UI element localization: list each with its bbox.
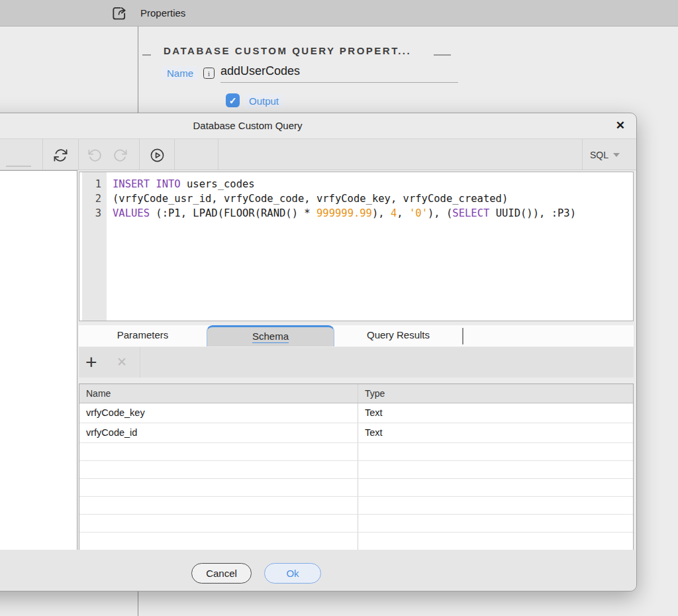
output-checkbox-label[interactable]: Output: [244, 94, 283, 108]
table-cell[interactable]: vrfyCode_id: [79, 423, 358, 442]
table-cell-empty[interactable]: [358, 496, 634, 514]
code-token-keyword: SELECT: [452, 207, 489, 219]
heading-dash-right: [434, 54, 451, 56]
screen: Properties DATABASE CUSTOM QUERY PROPERT…: [0, 0, 678, 616]
table-cell-empty[interactable]: [79, 514, 358, 532]
name-field-label[interactable]: Name: [162, 66, 198, 80]
table-cell-empty[interactable]: [79, 442, 358, 460]
toolbar-divider: [139, 139, 140, 170]
table-cell-empty[interactable]: [79, 478, 358, 496]
code-line: 1INSERT INTO users_codes: [82, 177, 633, 191]
heading-dash-left: [142, 54, 151, 56]
ok-button[interactable]: Ok: [264, 563, 321, 584]
table-row-empty[interactable]: [79, 460, 633, 478]
tab-query-results[interactable]: Query Results: [334, 325, 462, 346]
table-row-empty[interactable]: [79, 496, 633, 514]
table-header-row: NameType: [79, 384, 633, 403]
code-token-keyword: VALUES: [113, 207, 150, 219]
code-text: (vrfyCode_usr_id, vrfyCode_code, vrfyCod…: [107, 191, 508, 206]
table-cell-empty[interactable]: [358, 532, 634, 550]
line-number: 2: [82, 191, 107, 206]
topbar-title: Properties: [140, 7, 185, 19]
share-icon[interactable]: [111, 5, 128, 22]
name-field-underline: [220, 82, 458, 83]
dialog-left-panel: [0, 170, 77, 551]
table-cell[interactable]: Text: [358, 423, 634, 442]
dialog-main-column: 1INSERT INTO users_codes2(vrfyCode_usr_i…: [79, 172, 634, 551]
code-token-plain: ), (: [428, 207, 452, 219]
code-token-plain: (:P1, LPAD(FLOOR(RAND() *: [150, 207, 316, 219]
schema-toolbar: + ✕: [79, 347, 634, 378]
properties-section-title: DATABASE CUSTOM QUERY PROPERT...: [164, 45, 411, 56]
result-tabs: ParametersSchemaQuery Results: [79, 325, 634, 346]
schema-table: NameType vrfyCode_keyTextvrfyCode_idText: [79, 384, 634, 550]
code-text: VALUES (:P1, LPAD(FLOOR(RAND() * 999999.…: [107, 206, 576, 221]
table-cell-empty[interactable]: [79, 496, 358, 514]
redo-icon: [113, 148, 128, 163]
code-token-plain: ,: [397, 207, 409, 219]
code-token-string: '0': [409, 207, 428, 219]
code-text: INSERT INTO users_codes: [107, 177, 255, 191]
dialog-footer: Cancel Ok: [0, 550, 636, 591]
info-icon[interactable]: i: [203, 68, 215, 79]
table-row-empty[interactable]: [79, 442, 633, 460]
line-number: 3: [82, 206, 107, 221]
dialog-toolbar: SQL: [0, 138, 636, 170]
column-header-name[interactable]: Name: [79, 384, 358, 403]
tab-schema[interactable]: Schema: [207, 325, 334, 346]
table-cell-empty[interactable]: [79, 532, 358, 550]
schema-toolbar-divider: [140, 347, 140, 378]
cancel-button[interactable]: Cancel: [191, 563, 252, 584]
toolbar-divider: [42, 139, 43, 170]
toolbar-divider: [218, 139, 218, 170]
name-field-value[interactable]: addUserCodes: [220, 64, 300, 78]
table-cell-empty[interactable]: [358, 460, 634, 478]
code-token-plain: users_codes: [181, 178, 255, 190]
line-number: 1: [82, 177, 107, 191]
code-lines: 1INSERT INTO users_codes2(vrfyCode_usr_i…: [82, 177, 633, 221]
refresh-icon: [53, 148, 68, 163]
tab-label: Parameters: [117, 329, 169, 340]
table-row-empty[interactable]: [79, 514, 633, 532]
remove-parameter-button[interactable]: ✕: [117, 354, 127, 370]
tab-label: Query Results: [367, 329, 430, 340]
close-icon[interactable]: ✕: [616, 113, 625, 138]
code-token-number: 4: [391, 207, 397, 219]
refresh-button[interactable]: [51, 146, 70, 164]
tab-label: Schema: [252, 331, 289, 343]
tab-parameters[interactable]: Parameters: [79, 325, 207, 346]
toolbar-divider: [78, 139, 79, 170]
run-query-button[interactable]: [148, 146, 166, 164]
add-parameter-button[interactable]: +: [85, 350, 97, 375]
top-bar: Properties: [0, 0, 678, 26]
column-header-type[interactable]: Type: [358, 384, 634, 403]
table-cell-empty[interactable]: [358, 478, 634, 496]
toolbar-field-underline: [6, 166, 31, 167]
code-token-plain: (vrfyCode_usr_id, vrfyCode_code, vrfyCod…: [113, 193, 508, 205]
table-body: vrfyCode_keyTextvrfyCode_idText: [79, 403, 633, 550]
undo-button[interactable]: [85, 146, 104, 164]
table-cell[interactable]: Text: [358, 403, 634, 423]
code-line: 2(vrfyCode_usr_id, vrfyCode_code, vrfyCo…: [82, 191, 633, 206]
table-row-empty[interactable]: [79, 478, 633, 496]
dialog-titlebar: Database Custom Query ✕: [0, 113, 636, 138]
table-cell-empty[interactable]: [358, 442, 634, 460]
table-row[interactable]: vrfyCode_keyText: [79, 403, 633, 423]
tabs-end-divider: [462, 328, 463, 344]
toolbar-divider: [174, 139, 175, 170]
undo-icon: [87, 148, 103, 163]
redo-button[interactable]: [111, 146, 129, 164]
table-row-empty[interactable]: [79, 532, 633, 550]
code-token-keyword: INSERT INTO: [113, 178, 181, 190]
table-cell-empty[interactable]: [79, 460, 358, 478]
table-cell-empty[interactable]: [358, 514, 634, 532]
code-token-plain: UUID()), :P3): [489, 207, 576, 219]
table-cell[interactable]: vrfyCode_key: [79, 403, 358, 423]
database-custom-query-dialog: Database Custom Query ✕: [0, 113, 637, 591]
table-row[interactable]: vrfyCode_idText: [79, 423, 633, 442]
sql-code-editor[interactable]: 1INSERT INTO users_codes2(vrfyCode_usr_i…: [79, 172, 634, 321]
output-checkbox[interactable]: ✓: [226, 93, 240, 107]
play-icon: [150, 148, 165, 163]
sql-language-dropdown[interactable]: SQL: [590, 139, 620, 171]
code-line: 3VALUES (:P1, LPAD(FLOOR(RAND() * 999999…: [82, 206, 633, 221]
